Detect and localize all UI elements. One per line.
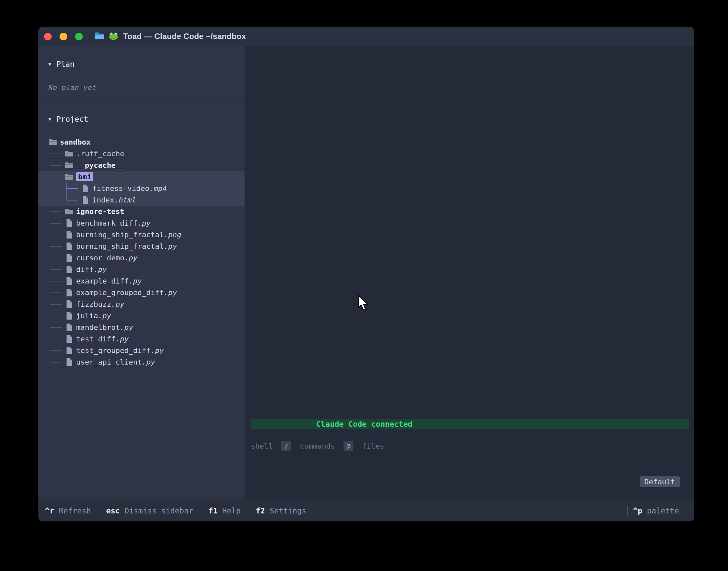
tree-guide-line xyxy=(48,183,65,194)
zoom-button[interactable] xyxy=(75,33,83,40)
tree-item-julia.py[interactable]: julia.py xyxy=(38,310,244,322)
file-icon xyxy=(65,335,74,343)
file-icon xyxy=(65,323,74,332)
file-icon xyxy=(65,277,74,285)
plan-section: ▼ Plan No plan yet xyxy=(38,46,244,92)
tree-item-label: bmi xyxy=(76,173,93,181)
file-icon xyxy=(81,196,90,204)
statusbar-dismiss-sidebar[interactable]: escDismiss sidebar xyxy=(106,506,193,515)
tree-item-burning_ship_fractal.py[interactable]: burning_ship_fractal.py xyxy=(38,240,244,252)
statusbar-shortcuts: ^rRefreshescDismiss sidebarf1Helpf2Setti… xyxy=(45,506,306,515)
input-hints: shell/commands@files xyxy=(251,441,384,451)
plan-header-label: Plan xyxy=(56,60,75,69)
desktop: { "window": { "title": "Toad — Claude Co… xyxy=(0,0,728,571)
tree-item-example_diff.py[interactable]: example_diff.py xyxy=(38,275,244,287)
file-icon xyxy=(81,184,90,193)
shortcut-key: ^r xyxy=(45,506,54,515)
tree-item-index.html[interactable]: index.html xyxy=(38,194,244,206)
hint-shell: shell xyxy=(251,442,273,450)
mode-badge[interactable]: Default xyxy=(640,476,680,487)
file-icon xyxy=(65,254,74,262)
tree-item-burning_ship_fractal.png[interactable]: burning_ship_fractal.png xyxy=(38,229,244,240)
folder-icon xyxy=(65,174,74,180)
sidebar: ▼ Plan No plan yet ▼ Project sandbox.ruf… xyxy=(38,46,244,499)
hint-key-badge: / xyxy=(281,441,291,451)
file-extension: .html xyxy=(114,196,136,204)
tree-item-label: example_grouped_diff.py xyxy=(76,289,177,297)
file-icon xyxy=(65,300,74,308)
frog-emoji-icon xyxy=(109,32,118,41)
shortcut-key: esc xyxy=(106,506,120,515)
shortcut-key: ^p xyxy=(633,506,642,515)
tree-item-label: index.html xyxy=(92,196,136,204)
tree-item-example_grouped_diff.py[interactable]: example_grouped_diff.py xyxy=(38,287,244,299)
statusbar-refresh[interactable]: ^rRefresh xyxy=(45,506,91,515)
file-extension: .py xyxy=(137,219,150,227)
folder-icon xyxy=(48,139,57,145)
tree-guide-line xyxy=(48,217,65,229)
tree-item-bmi[interactable]: bmi xyxy=(38,171,244,183)
tree-item-ignore-test[interactable]: ignore-test xyxy=(38,206,244,217)
tree-item-cursor_demo.py[interactable]: cursor_demo.py xyxy=(38,252,244,264)
connection-notice-text: Claude Code connected xyxy=(316,420,413,428)
shortcut-key: f1 xyxy=(208,506,218,515)
tree-guide-line xyxy=(48,194,65,206)
file-extension: .py xyxy=(94,265,107,273)
tree-guide-line xyxy=(48,310,65,322)
tree-guide-line xyxy=(65,194,81,206)
plan-section-header[interactable]: ▼ Plan xyxy=(38,59,244,70)
mouse-cursor xyxy=(357,295,369,311)
statusbar-help[interactable]: f1Help xyxy=(208,506,240,515)
tree-guide-line xyxy=(48,240,65,252)
tree-guide-line xyxy=(48,345,65,356)
tree-item-label: test_grouped_diff.py xyxy=(76,346,164,355)
titlebar: Toad — Claude Code ~/sandbox xyxy=(38,27,694,46)
statusbar-settings[interactable]: f2Settings xyxy=(256,506,306,515)
file-icon xyxy=(65,219,74,227)
collapse-triangle-icon: ▼ xyxy=(48,116,51,122)
tree-item-user_api_client.py[interactable]: user_api_client.py xyxy=(38,356,244,368)
file-icon xyxy=(65,289,74,297)
file-extension: .mp4 xyxy=(149,184,167,193)
tree-item-benchmark_diff.py[interactable]: benchmark_diff.py xyxy=(38,217,244,229)
tree-guide-line xyxy=(48,322,65,333)
tree-item-label: julia.py xyxy=(76,312,111,320)
shortcut-label: Dismiss sidebar xyxy=(124,506,193,515)
file-icon xyxy=(65,346,74,355)
tree-guide-line xyxy=(65,183,81,194)
folder-icon xyxy=(65,162,74,169)
tree-guide-line xyxy=(48,206,65,217)
tree-item-label: fizzbuzz.py xyxy=(76,300,124,308)
tree-item-test_grouped_diff.py[interactable]: test_grouped_diff.py xyxy=(38,345,244,356)
project-section-header[interactable]: ▼ Project xyxy=(38,114,244,124)
traffic-lights xyxy=(44,33,83,40)
file-icon xyxy=(65,358,74,366)
tree-guide-line xyxy=(48,275,65,287)
tree-item-fizzbuzz.py[interactable]: fizzbuzz.py xyxy=(38,299,244,310)
folder-icon xyxy=(65,150,74,157)
tree-item-sandbox[interactable]: sandbox xyxy=(38,136,244,148)
tree-guide-line xyxy=(48,356,65,368)
file-extension: .py xyxy=(142,358,155,366)
prompt-input[interactable]: shell/commands@files xyxy=(251,437,689,455)
tree-item-test_diff.py[interactable]: test_diff.py xyxy=(38,333,244,345)
file-extension: .py xyxy=(164,242,177,250)
file-extension: .py xyxy=(150,346,164,355)
shortcut-label: Refresh xyxy=(59,506,91,515)
tree-item-fitness-video.mp4[interactable]: fitness-video.mp4 xyxy=(38,183,244,194)
tree-item-diff.py[interactable]: diff.py xyxy=(38,264,244,275)
collapse-triangle-icon: ▼ xyxy=(48,61,51,67)
hint-files: files xyxy=(362,442,384,450)
minimize-button[interactable] xyxy=(60,33,67,40)
shortcut-label: palette xyxy=(647,506,679,515)
close-button[interactable] xyxy=(44,33,51,40)
statusbar-palette[interactable]: ^p palette xyxy=(633,506,679,515)
tree-item-.ruff_cache[interactable]: .ruff_cache xyxy=(38,148,244,159)
tree-item-mandelbrot.py[interactable]: mandelbrot.py xyxy=(38,322,244,333)
status-bar: ^rRefreshescDismiss sidebarf1Helpf2Setti… xyxy=(38,499,694,522)
shortcut-key: f2 xyxy=(256,506,265,515)
app-window: Toad — Claude Code ~/sandbox ▼ Plan No p… xyxy=(38,27,694,522)
tree-item-label: test_diff.py xyxy=(76,335,129,343)
tree-item-__pycache__[interactable]: __pycache__ xyxy=(38,159,244,171)
tree-guide-line xyxy=(48,287,65,299)
